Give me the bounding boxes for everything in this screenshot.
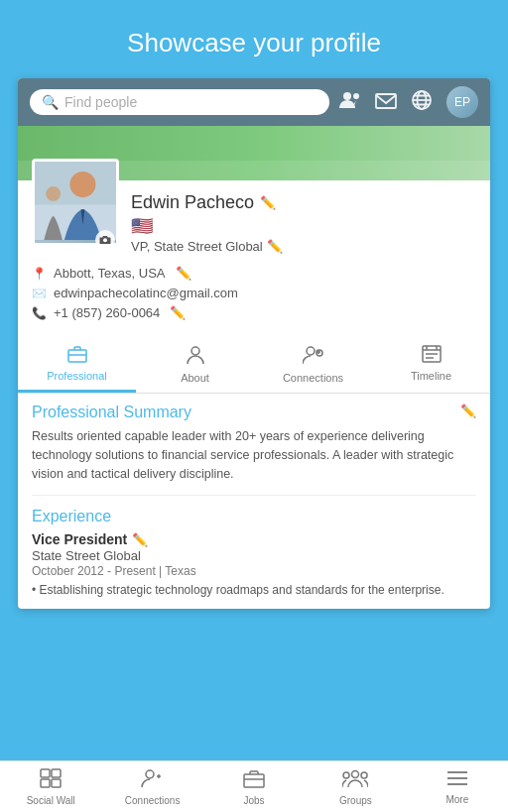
phone-text: +1 (857) 260-0064 bbox=[54, 305, 160, 320]
email-icon: ✉️ bbox=[32, 287, 48, 300]
about-tab-icon bbox=[186, 345, 205, 370]
svg-point-9 bbox=[103, 238, 107, 242]
svg-point-33 bbox=[352, 770, 359, 777]
timeline-tab-icon bbox=[422, 345, 442, 368]
edit-name-icon[interactable]: ✏️ bbox=[260, 195, 276, 210]
svg-rect-26 bbox=[41, 779, 50, 787]
experience-section: Experience Vice President ✏️ State Stree… bbox=[32, 508, 476, 599]
social-wall-icon bbox=[40, 768, 62, 793]
user-avatar-icon[interactable]: EP bbox=[446, 86, 478, 118]
svg-rect-10 bbox=[68, 350, 86, 362]
experience-title: Experience bbox=[32, 508, 476, 525]
timeline-tab-label: Timeline bbox=[411, 370, 451, 382]
more-nav-label: More bbox=[445, 794, 468, 805]
more-nav-icon bbox=[446, 769, 468, 792]
profile-name-section: Edwin Pacheco ✏️ 🇺🇸 VP, State Street Glo… bbox=[131, 188, 476, 254]
professional-summary-title: Professional Summary bbox=[32, 404, 476, 421]
connections-nav-icon bbox=[141, 768, 165, 793]
search-box[interactable]: 🔍 Find people bbox=[30, 89, 329, 115]
showcase-title: Showcase your profile bbox=[0, 0, 508, 78]
profile-header: Edwin Pacheco ✏️ 🇺🇸 VP, State Street Glo… bbox=[18, 126, 490, 264]
nav-more[interactable]: More bbox=[407, 761, 508, 812]
camera-icon[interactable] bbox=[95, 230, 115, 250]
message-icon[interactable] bbox=[375, 91, 397, 114]
exp-job-title: Vice President bbox=[32, 531, 127, 547]
content-area: ✏️ Professional Summary Results oriented… bbox=[18, 394, 490, 609]
exp-company: State Street Global bbox=[32, 548, 476, 563]
professional-summary-section: ✏️ Professional Summary Results oriented… bbox=[32, 404, 476, 483]
connections-nav-label: Connections bbox=[125, 795, 181, 806]
location-icon: 📍 bbox=[32, 267, 48, 281]
edit-title-icon[interactable]: ✏️ bbox=[267, 239, 283, 254]
edit-exp-icon[interactable]: ✏️ bbox=[132, 532, 148, 547]
svg-point-8 bbox=[46, 186, 61, 201]
exp-dates: October 2012 - Present | Texas bbox=[32, 564, 476, 578]
experience-entry: Vice President ✏️ State Street Global Oc… bbox=[32, 531, 476, 599]
email-text: edwinpachecolatinc@gmail.com bbox=[54, 286, 238, 300]
profile-details: 📍 Abbott, Texas, USA ✏️ ✉️ edwinpachecol… bbox=[18, 264, 490, 335]
svg-rect-27 bbox=[52, 779, 61, 787]
svg-point-28 bbox=[146, 770, 154, 778]
svg-rect-2 bbox=[376, 94, 396, 108]
svg-point-34 bbox=[343, 772, 349, 778]
edit-phone-icon[interactable]: ✏️ bbox=[170, 305, 186, 320]
professional-tab-label: Professional bbox=[47, 370, 107, 382]
top-bar: 🔍 Find people bbox=[18, 78, 490, 126]
nav-groups[interactable]: Groups bbox=[305, 761, 406, 812]
tab-connections[interactable]: Connections bbox=[254, 337, 372, 393]
top-bar-icons: EP bbox=[339, 86, 478, 118]
people-icon[interactable] bbox=[339, 91, 361, 114]
country-flag: 🇺🇸 bbox=[131, 215, 476, 237]
profile-name: Edwin Pacheco bbox=[131, 192, 254, 213]
svg-point-0 bbox=[343, 92, 351, 100]
search-placeholder-text: Find people bbox=[64, 94, 137, 110]
svg-rect-25 bbox=[52, 769, 61, 777]
edit-summary-icon[interactable]: ✏️ bbox=[460, 404, 476, 418]
svg-point-1 bbox=[353, 93, 359, 99]
svg-rect-31 bbox=[244, 774, 264, 787]
social-wall-label: Social Wall bbox=[27, 795, 75, 806]
professional-tab-icon bbox=[67, 345, 87, 368]
profile-tabs: Professional About bbox=[18, 337, 490, 394]
profile-card: 🔍 Find people bbox=[18, 78, 490, 609]
connections-tab-label: Connections bbox=[283, 372, 343, 384]
svg-rect-24 bbox=[41, 769, 50, 777]
nav-social-wall[interactable]: Social Wall bbox=[0, 761, 101, 812]
phone-icon: 📞 bbox=[32, 306, 48, 320]
search-icon: 🔍 bbox=[42, 94, 59, 110]
tab-timeline[interactable]: Timeline bbox=[372, 337, 490, 393]
globe-icon[interactable] bbox=[411, 89, 433, 116]
bottom-nav: Social Wall Connections Jobs bbox=[0, 760, 508, 812]
exp-description: • Establishing strategic technology road… bbox=[32, 582, 476, 599]
svg-point-13 bbox=[307, 347, 315, 355]
svg-point-35 bbox=[361, 772, 367, 778]
svg-point-12 bbox=[191, 347, 199, 355]
location-text: Abbott, Texas, USA bbox=[54, 266, 166, 281]
edit-location-icon[interactable]: ✏️ bbox=[176, 266, 191, 281]
job-title: VP, State Street Global bbox=[131, 239, 263, 254]
jobs-nav-label: Jobs bbox=[243, 795, 264, 806]
groups-nav-label: Groups bbox=[339, 795, 372, 806]
professional-summary-text: Results oriented capable leader with 20+… bbox=[32, 427, 476, 483]
section-divider bbox=[32, 495, 476, 496]
profile-avatar-wrap bbox=[32, 159, 119, 254]
tab-about[interactable]: About bbox=[136, 337, 254, 393]
connections-tab-icon bbox=[303, 345, 324, 370]
groups-nav-icon bbox=[342, 768, 368, 793]
svg-point-7 bbox=[69, 172, 95, 197]
jobs-nav-icon bbox=[243, 768, 265, 793]
tab-professional[interactable]: Professional bbox=[18, 337, 136, 393]
nav-jobs[interactable]: Jobs bbox=[203, 761, 305, 812]
nav-connections[interactable]: Connections bbox=[101, 761, 202, 812]
about-tab-label: About bbox=[181, 372, 209, 384]
